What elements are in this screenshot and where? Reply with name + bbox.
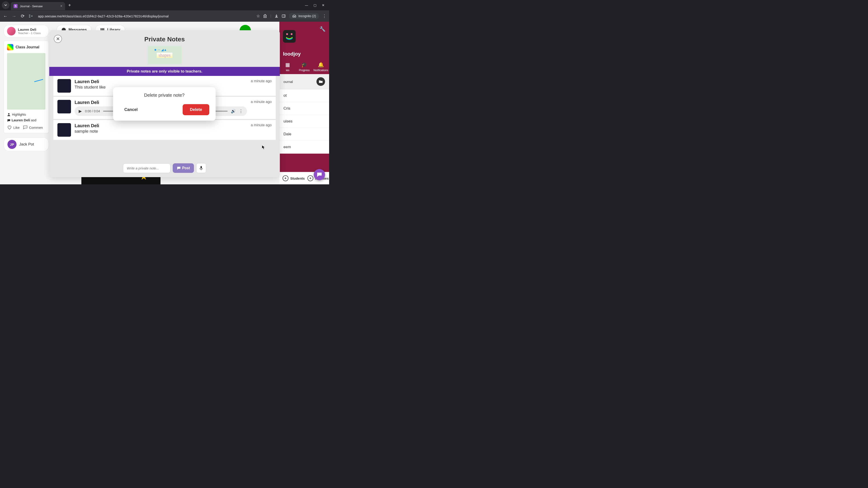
- delete-confirm-dialog: Delete private note? Cancel Delete: [113, 87, 216, 121]
- minimize-icon[interactable]: —: [305, 3, 308, 7]
- speech-icon: [23, 125, 28, 130]
- incognito-label: Incognito (2): [298, 14, 316, 18]
- list-item[interactable]: ot: [279, 89, 329, 102]
- browser-menu-icon[interactable]: ⋮: [322, 13, 327, 19]
- browser-tab-strip: S Journal - Seesaw × + — ▢ ✕: [0, 0, 329, 10]
- bookmark-star-icon[interactable]: ☆: [256, 13, 260, 19]
- post-button[interactable]: Post: [173, 163, 194, 173]
- support-chat-button[interactable]: [314, 169, 325, 180]
- cancel-button[interactable]: Cancel: [119, 104, 143, 115]
- mic-icon: [199, 166, 203, 170]
- journal-drawing[interactable]: [7, 53, 45, 109]
- address-bar[interactable]: app.seesaw.me/#/class/class.e01bf4c2-9a2…: [36, 14, 253, 18]
- list-item[interactable]: uises: [279, 115, 329, 128]
- maximize-icon[interactable]: ▢: [313, 3, 316, 7]
- svg-rect-15: [200, 166, 202, 168]
- class-icon: [7, 44, 13, 51]
- class-name: loodjoy: [283, 51, 326, 57]
- svg-point-5: [293, 16, 294, 18]
- shapes-label: shapes: [157, 53, 172, 58]
- plus-icon: +: [307, 175, 313, 181]
- student-name: Jack Pot: [19, 142, 34, 147]
- close-window-icon[interactable]: ✕: [322, 3, 324, 7]
- tab-search-dropdown[interactable]: [2, 1, 9, 9]
- forward-button[interactable]: →: [11, 13, 17, 19]
- note-item: Lauren Deli sample note a minute ago: [53, 120, 276, 141]
- downloads-icon[interactable]: [274, 14, 278, 18]
- new-tab-button[interactable]: +: [68, 3, 71, 8]
- folder-icon[interactable]: [316, 77, 325, 86]
- add-students-button[interactable]: + Students: [283, 175, 305, 181]
- audio-menu-icon[interactable]: ⋮: [239, 109, 243, 113]
- list-header[interactable]: ournal: [279, 74, 329, 89]
- shapes-preview-icons: ■ → ◢▲: [154, 48, 167, 52]
- user-name: Lauren Deli: [18, 28, 41, 31]
- activities-icon: ▦: [280, 62, 295, 68]
- journal-header[interactable]: Class Journal: [7, 44, 45, 51]
- modal-title: Private Notes: [49, 30, 280, 45]
- side-panel-icon[interactable]: [282, 14, 286, 18]
- seesaw-favicon: S: [13, 4, 18, 8]
- incognito-badge[interactable]: Incognito (2): [289, 13, 319, 19]
- reload-button[interactable]: ⟳: [20, 13, 25, 19]
- journal-card: Class Journal Highlights Lauren Deli asd…: [4, 41, 49, 133]
- extensions-icon[interactable]: [263, 14, 267, 18]
- volume-icon[interactable]: 🔊: [231, 109, 236, 113]
- comment-button[interactable]: Commen: [23, 125, 43, 130]
- tab-title: Journal - Seesaw: [20, 4, 58, 8]
- bell-icon: 🔔: [313, 62, 328, 68]
- svg-point-6: [294, 16, 296, 18]
- user-avatar: [7, 27, 16, 35]
- note-timestamp: a minute ago: [251, 123, 272, 127]
- back-button[interactable]: ←: [3, 13, 8, 19]
- comment-icon: [7, 119, 11, 122]
- window-controls: — ▢ ✕: [305, 3, 327, 7]
- svg-rect-1: [29, 17, 30, 18]
- audio-time: 0:00 / 0:04: [85, 109, 100, 113]
- svg-point-14: [291, 33, 292, 35]
- browser-tab[interactable]: S Journal - Seesaw ×: [11, 2, 65, 10]
- tab-notifications[interactable]: 🔔 Notifications: [313, 60, 329, 74]
- note-author-avatar: [57, 123, 71, 137]
- highlights-row[interactable]: Highlights: [7, 113, 45, 116]
- like-button[interactable]: Like: [7, 125, 20, 130]
- svg-rect-2: [31, 15, 33, 17]
- note-input[interactable]: [123, 163, 170, 173]
- person-icon: [7, 113, 11, 116]
- close-tab-icon[interactable]: ×: [60, 4, 62, 8]
- tab-activities[interactable]: ▦ ies: [279, 60, 296, 74]
- post-actions: Like Commen: [7, 125, 45, 130]
- close-modal-button[interactable]: ✕: [54, 35, 62, 43]
- note-timestamp: a minute ago: [251, 100, 272, 104]
- list-item[interactable]: Cris: [279, 102, 329, 115]
- note-author-avatar: [57, 100, 71, 113]
- site-info-icon[interactable]: [29, 14, 33, 18]
- heart-icon: [7, 125, 12, 130]
- visibility-banner: Private notes are only visible to teache…: [49, 67, 280, 76]
- confirm-title: Delete private note?: [119, 93, 209, 98]
- user-profile-card[interactable]: Lauren Deli Teacher - 1 Class: [4, 25, 49, 37]
- student-card[interactable]: JP Jack Pot: [4, 137, 49, 151]
- chat-icon: [177, 166, 181, 170]
- svg-point-11: [8, 113, 9, 115]
- notes-compose-footer: Post: [49, 159, 280, 177]
- plus-icon: +: [283, 175, 288, 181]
- list-item[interactable]: eem: [279, 141, 329, 154]
- comment-preview[interactable]: Lauren Deli asd: [7, 118, 45, 122]
- settings-wrench-icon[interactable]: 🔧: [319, 26, 326, 32]
- app-viewport: Messages Library Lauren Deli Teacher - 1…: [0, 22, 329, 184]
- svg-rect-3: [282, 15, 285, 18]
- delete-button[interactable]: Delete: [183, 104, 209, 115]
- list-item[interactable]: Dale: [279, 128, 329, 141]
- tab-progress[interactable]: 🎓 Progress: [296, 60, 312, 74]
- left-sidebar: Lauren Deli Teacher - 1 Class Class Jour…: [4, 25, 49, 151]
- student-avatar: JP: [7, 140, 17, 149]
- drawing-stroke: [34, 79, 43, 82]
- activity-thumbnail[interactable]: ■ → ◢▲ shapes: [148, 46, 182, 64]
- play-button[interactable]: ▶: [79, 109, 82, 113]
- voice-note-button[interactable]: [196, 163, 206, 173]
- note-author: Lauren Deli: [74, 123, 247, 128]
- right-tabs: ▦ ies 🎓 Progress 🔔 Notifications: [279, 60, 329, 74]
- note-text: sample note: [74, 129, 247, 134]
- confirm-actions: Cancel Delete: [119, 104, 209, 115]
